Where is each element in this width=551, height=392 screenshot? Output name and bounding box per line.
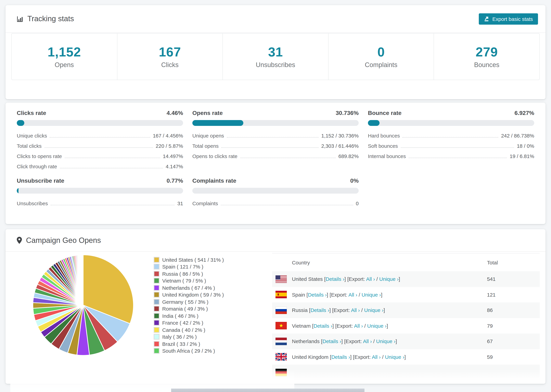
rate-detail-row: Internal bounces19 / 6.81% [368,154,534,159]
rate-detail-value: 1,152 / 30.736% [321,133,359,138]
map-pin-icon [17,237,22,244]
legend-label: Vietnam ( 79 / 5% ) [162,278,206,284]
row-links: [Details ›] [Export: All › / Unique ›] [323,276,400,282]
summary-stat-complaints: 0Complaints [329,34,434,80]
export-all-link[interactable]: All › [348,292,357,298]
export-basic-stats-button[interactable]: Export basic stats [479,13,538,25]
country-name: Spain [Details ›] [Export: All › / Uniqu… [292,292,382,298]
horizontal-scrollbar-thumb[interactable] [171,389,365,392]
rate-detail-label: Unsubscribes [17,201,48,206]
rate-detail-value: 167 / 4.456% [153,133,183,138]
export-all-link[interactable]: All › [366,276,375,282]
export-unique-link[interactable]: Unique › [379,276,399,282]
rate-value: 0% [350,178,359,184]
details-link[interactable]: Details › [308,292,327,298]
export-unique-link[interactable]: Unique › [385,354,404,360]
rate-detail-value: 689.82% [339,154,359,159]
stat-label: Complaints [365,61,397,69]
export-all-link[interactable]: All › [351,307,360,313]
country-name: United Kingdom [Details ›] [Export: All … [292,354,406,360]
legend-item: Canada ( 40 / 2% ) [154,326,224,333]
rate-detail-value: 19 / 6.81% [509,154,534,159]
export-all-link[interactable]: All › [372,354,381,360]
stat-value: 279 [475,45,498,59]
legend-swatch [154,313,160,319]
stat-label: Unsubscribes [256,61,295,69]
country-column-header: Country [292,259,310,265]
progress-bar-track [17,120,183,126]
summary-stat-unsubscribes: 31Unsubscribes [223,34,328,80]
rate-panel-complaints-rate: Complaints rate0%Complaints0 [192,178,359,206]
row-links: [Details ›] [Export: All › / Unique ›] [311,323,388,329]
stat-value: 1,152 [48,45,81,59]
legend-item: Italy ( 36 / 2% ) [154,333,224,340]
rate-detail-row: Complaints0 [192,201,359,206]
table-row-russia: Russia [Details ›] [Export: All › / Uniq… [272,302,540,318]
rate-value: 6.927% [515,110,534,116]
export-unique-link[interactable]: Unique › [364,307,383,313]
rate-detail-row: Opens to clicks rate689.82% [192,154,359,159]
header-divider [6,33,545,33]
legend-label: Italy ( 36 / 2% ) [162,334,197,340]
legend-label: Romania ( 49 / 3% ) [162,306,208,312]
rate-detail-row: Total opens2,303 / 61.446% [192,143,359,149]
legend-label: Russia ( 86 / 5% ) [162,271,203,277]
legend-label: Spain ( 121 / 7% ) [162,264,203,270]
rate-detail-value: 4.147% [166,164,183,169]
geo-table-header-row: Country Total [272,253,540,271]
rate-title: Complaints rate [192,178,236,184]
dotted-leader [60,168,163,168]
rate-title: Clicks rate [17,110,46,116]
table-row-netherlands: Netherlands [Details ›] [Export: All › /… [272,334,540,349]
ru-flag-icon [276,307,287,314]
legend-item: United Kingdom ( 59 / 3% ) [154,291,224,298]
export-unique-link[interactable]: Unique › [376,338,396,344]
legend-label: United States ( 541 / 31% ) [162,257,224,263]
geo-opens-header: Campaign Geo Opens [17,229,101,252]
details-link[interactable]: Details › [322,338,341,344]
country-total: 67 [487,338,493,344]
legend-item: Romania ( 49 / 3% ) [154,305,224,312]
rate-detail-rows: Complaints0 [192,201,359,206]
legend-item: France ( 42 / 2% ) [154,319,224,326]
export-all-link[interactable]: All › [363,338,372,344]
details-link[interactable]: Details › [311,307,329,313]
es-flag-icon [276,291,287,298]
rate-panel-bounce-rate: Bounce rate6.927%Hard bounces242 / 86.73… [368,110,534,169]
dotted-leader [51,205,175,205]
rate-panel-head: Unsubscribe rate0.77% [17,178,183,184]
rate-detail-label: Opens to clicks rate [192,154,237,159]
export-unique-link[interactable]: Unique › [361,292,381,298]
country-name: Vietnam [Details ›] [Export: All › / Uni… [292,323,388,329]
legend-item: Brazil ( 33 / 2% ) [154,340,224,347]
rate-detail-label: Soft bounces [368,143,398,148]
rate-panel-head: Bounce rate6.927% [368,110,534,116]
rate-title: Opens rate [192,110,223,116]
country-total: 541 [487,276,495,282]
rate-panel-unsubscribe-rate: Unsubscribe rate0.77%Unsubscribes31 [17,178,183,206]
rate-detail-value: 242 / 86.738% [501,133,534,138]
rate-detail-value: 14.497% [163,154,183,159]
rate-detail-value: 18 / 0% [517,143,534,148]
legend-item: Germany ( 55 / 3% ) [154,298,224,305]
rate-detail-rows: Unique opens1,152 / 30.736%Total opens2,… [192,133,359,159]
details-link[interactable]: Details › [326,276,345,282]
rate-detail-value: 0 [356,201,359,206]
export-all-link[interactable]: All › [354,323,363,329]
dotted-leader [240,158,336,158]
dotted-leader [221,205,353,205]
us-flag-icon [276,275,287,283]
rate-value: 0.77% [167,178,183,184]
stat-value: 31 [268,45,283,59]
country-name: Netherlands [Details ›] [Export: All › /… [292,338,397,344]
summary-stat-clicks: 167Clicks [117,34,223,80]
tracking-stats-card: Tracking stats Export basic stats 1,152O… [6,5,545,99]
export-icon [484,16,489,21]
rate-value: 30.736% [336,110,359,116]
legend-label: France ( 42 / 2% ) [162,320,203,326]
details-link[interactable]: Details › [331,354,350,360]
gb-flag-icon [276,353,287,361]
table-row-spain: Spain [Details ›] [Export: All › / Uniqu… [272,287,540,302]
export-unique-link[interactable]: Unique › [367,323,387,329]
details-link[interactable]: Details › [313,323,332,329]
